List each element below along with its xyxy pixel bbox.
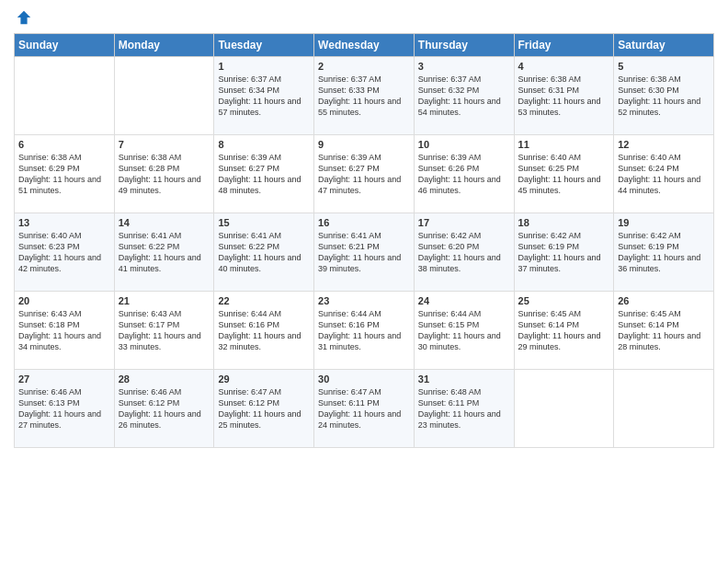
calendar-cell bbox=[114, 57, 214, 135]
day-content: Sunrise: 6:44 AM Sunset: 6:15 PM Dayligh… bbox=[418, 308, 510, 353]
calendar-cell: 31Sunrise: 6:48 AM Sunset: 6:11 PM Dayli… bbox=[414, 370, 514, 448]
day-number: 5 bbox=[618, 61, 710, 72]
header-day-thursday: Thursday bbox=[414, 34, 514, 57]
day-content: Sunrise: 6:43 AM Sunset: 6:17 PM Dayligh… bbox=[119, 308, 210, 353]
calendar-cell: 10Sunrise: 6:39 AM Sunset: 6:26 PM Dayli… bbox=[414, 135, 514, 213]
day-content: Sunrise: 6:40 AM Sunset: 6:25 PM Dayligh… bbox=[518, 152, 610, 197]
calendar-cell: 26Sunrise: 6:45 AM Sunset: 6:14 PM Dayli… bbox=[614, 292, 714, 370]
day-content: Sunrise: 6:42 AM Sunset: 6:19 PM Dayligh… bbox=[618, 230, 710, 275]
day-content: Sunrise: 6:41 AM Sunset: 6:21 PM Dayligh… bbox=[318, 230, 410, 275]
day-content: Sunrise: 6:40 AM Sunset: 6:24 PM Dayligh… bbox=[618, 152, 710, 197]
day-content: Sunrise: 6:45 AM Sunset: 6:14 PM Dayligh… bbox=[618, 308, 710, 353]
day-content: Sunrise: 6:37 AM Sunset: 6:34 PM Dayligh… bbox=[218, 74, 310, 119]
calendar-cell: 25Sunrise: 6:45 AM Sunset: 6:14 PM Dayli… bbox=[514, 292, 614, 370]
header-day-friday: Friday bbox=[514, 34, 614, 57]
calendar-cell: 24Sunrise: 6:44 AM Sunset: 6:15 PM Dayli… bbox=[414, 292, 514, 370]
day-content: Sunrise: 6:47 AM Sunset: 6:12 PM Dayligh… bbox=[218, 386, 310, 431]
day-content: Sunrise: 6:40 AM Sunset: 6:23 PM Dayligh… bbox=[18, 230, 110, 275]
calendar-cell: 14Sunrise: 6:41 AM Sunset: 6:22 PM Dayli… bbox=[114, 213, 214, 292]
calendar-cell: 28Sunrise: 6:46 AM Sunset: 6:12 PM Dayli… bbox=[114, 370, 214, 448]
day-content: Sunrise: 6:43 AM Sunset: 6:18 PM Dayligh… bbox=[18, 308, 110, 353]
calendar-cell: 6Sunrise: 6:38 AM Sunset: 6:29 PM Daylig… bbox=[15, 135, 115, 213]
calendar-table: SundayMondayTuesdayWednesdayThursdayFrid… bbox=[14, 33, 714, 448]
calendar-cell: 23Sunrise: 6:44 AM Sunset: 6:16 PM Dayli… bbox=[314, 292, 415, 370]
calendar-cell: 13Sunrise: 6:40 AM Sunset: 6:23 PM Dayli… bbox=[15, 213, 115, 292]
calendar-cell: 1Sunrise: 6:37 AM Sunset: 6:34 PM Daylig… bbox=[214, 57, 314, 135]
calendar-cell: 20Sunrise: 6:43 AM Sunset: 6:18 PM Dayli… bbox=[15, 292, 115, 370]
calendar-header-row: SundayMondayTuesdayWednesdayThursdayFrid… bbox=[15, 34, 714, 57]
calendar-cell bbox=[15, 57, 115, 135]
calendar-week-row: 13Sunrise: 6:40 AM Sunset: 6:23 PM Dayli… bbox=[15, 213, 714, 292]
day-content: Sunrise: 6:41 AM Sunset: 6:22 PM Dayligh… bbox=[218, 230, 310, 275]
day-content: Sunrise: 6:46 AM Sunset: 6:12 PM Dayligh… bbox=[119, 386, 210, 431]
header-day-tuesday: Tuesday bbox=[214, 34, 314, 57]
day-content: Sunrise: 6:39 AM Sunset: 6:26 PM Dayligh… bbox=[418, 152, 510, 197]
calendar-cell: 15Sunrise: 6:41 AM Sunset: 6:22 PM Dayli… bbox=[214, 213, 314, 292]
day-number: 9 bbox=[318, 139, 410, 150]
day-content: Sunrise: 6:42 AM Sunset: 6:19 PM Dayligh… bbox=[518, 230, 610, 275]
header-day-monday: Monday bbox=[114, 34, 214, 57]
day-content: Sunrise: 6:39 AM Sunset: 6:27 PM Dayligh… bbox=[218, 152, 310, 197]
day-number: 21 bbox=[119, 295, 210, 306]
calendar-cell: 7Sunrise: 6:38 AM Sunset: 6:28 PM Daylig… bbox=[114, 135, 214, 213]
calendar-cell bbox=[614, 370, 714, 448]
calendar-cell: 8Sunrise: 6:39 AM Sunset: 6:27 PM Daylig… bbox=[214, 135, 314, 213]
calendar-cell: 5Sunrise: 6:38 AM Sunset: 6:30 PM Daylig… bbox=[614, 57, 714, 135]
day-content: Sunrise: 6:38 AM Sunset: 6:29 PM Dayligh… bbox=[18, 152, 110, 197]
calendar-cell: 11Sunrise: 6:40 AM Sunset: 6:25 PM Dayli… bbox=[514, 135, 614, 213]
day-content: Sunrise: 6:38 AM Sunset: 6:28 PM Dayligh… bbox=[119, 152, 210, 197]
day-content: Sunrise: 6:44 AM Sunset: 6:16 PM Dayligh… bbox=[318, 308, 410, 353]
logo-icon bbox=[16, 9, 32, 26]
day-number: 16 bbox=[318, 217, 410, 228]
day-number: 7 bbox=[119, 139, 210, 150]
day-number: 3 bbox=[418, 61, 510, 72]
day-number: 30 bbox=[318, 373, 410, 385]
calendar-cell: 9Sunrise: 6:39 AM Sunset: 6:27 PM Daylig… bbox=[314, 135, 415, 213]
calendar-cell: 3Sunrise: 6:37 AM Sunset: 6:32 PM Daylig… bbox=[414, 57, 514, 135]
day-content: Sunrise: 6:41 AM Sunset: 6:22 PM Dayligh… bbox=[119, 230, 210, 275]
day-content: Sunrise: 6:45 AM Sunset: 6:14 PM Dayligh… bbox=[518, 308, 610, 353]
day-number: 15 bbox=[218, 217, 310, 228]
day-number: 6 bbox=[18, 139, 110, 150]
day-number: 24 bbox=[418, 295, 510, 306]
day-number: 10 bbox=[418, 139, 510, 150]
day-number: 18 bbox=[518, 217, 610, 228]
calendar-cell: 27Sunrise: 6:46 AM Sunset: 6:13 PM Dayli… bbox=[15, 370, 115, 448]
calendar-cell: 16Sunrise: 6:41 AM Sunset: 6:21 PM Dayli… bbox=[314, 213, 415, 292]
day-number: 1 bbox=[218, 61, 310, 72]
calendar-cell: 2Sunrise: 6:37 AM Sunset: 6:33 PM Daylig… bbox=[314, 57, 415, 135]
calendar-cell: 4Sunrise: 6:38 AM Sunset: 6:31 PM Daylig… bbox=[514, 57, 614, 135]
calendar-cell: 22Sunrise: 6:44 AM Sunset: 6:16 PM Dayli… bbox=[214, 292, 314, 370]
calendar-week-row: 20Sunrise: 6:43 AM Sunset: 6:18 PM Dayli… bbox=[15, 292, 714, 370]
day-number: 17 bbox=[418, 217, 510, 228]
calendar-week-row: 1Sunrise: 6:37 AM Sunset: 6:34 PM Daylig… bbox=[15, 57, 714, 135]
day-content: Sunrise: 6:38 AM Sunset: 6:31 PM Dayligh… bbox=[518, 74, 610, 119]
day-number: 4 bbox=[518, 61, 610, 72]
calendar-cell: 19Sunrise: 6:42 AM Sunset: 6:19 PM Dayli… bbox=[614, 213, 714, 292]
day-number: 20 bbox=[18, 295, 110, 306]
day-content: Sunrise: 6:42 AM Sunset: 6:20 PM Dayligh… bbox=[418, 230, 510, 275]
day-number: 26 bbox=[618, 295, 710, 306]
day-number: 29 bbox=[218, 373, 310, 385]
calendar-cell: 18Sunrise: 6:42 AM Sunset: 6:19 PM Dayli… bbox=[514, 213, 614, 292]
day-number: 14 bbox=[119, 217, 210, 228]
day-number: 11 bbox=[518, 139, 610, 150]
day-content: Sunrise: 6:47 AM Sunset: 6:11 PM Dayligh… bbox=[318, 386, 410, 431]
calendar-week-row: 27Sunrise: 6:46 AM Sunset: 6:13 PM Dayli… bbox=[15, 370, 714, 448]
day-content: Sunrise: 6:44 AM Sunset: 6:16 PM Dayligh… bbox=[218, 308, 310, 353]
calendar-cell: 12Sunrise: 6:40 AM Sunset: 6:24 PM Dayli… bbox=[614, 135, 714, 213]
day-content: Sunrise: 6:46 AM Sunset: 6:13 PM Dayligh… bbox=[18, 386, 110, 431]
day-number: 12 bbox=[618, 139, 710, 150]
day-content: Sunrise: 6:37 AM Sunset: 6:33 PM Dayligh… bbox=[318, 74, 410, 119]
day-content: Sunrise: 6:48 AM Sunset: 6:11 PM Dayligh… bbox=[418, 386, 510, 431]
svg-marker-0 bbox=[17, 11, 30, 24]
calendar-cell: 21Sunrise: 6:43 AM Sunset: 6:17 PM Dayli… bbox=[114, 292, 214, 370]
calendar-cell bbox=[514, 370, 614, 448]
day-number: 23 bbox=[318, 295, 410, 306]
day-number: 13 bbox=[18, 217, 110, 228]
day-number: 27 bbox=[18, 373, 110, 385]
day-number: 22 bbox=[218, 295, 310, 306]
day-content: Sunrise: 6:38 AM Sunset: 6:30 PM Dayligh… bbox=[618, 74, 710, 119]
header-day-wednesday: Wednesday bbox=[314, 34, 415, 57]
day-number: 19 bbox=[618, 217, 710, 228]
